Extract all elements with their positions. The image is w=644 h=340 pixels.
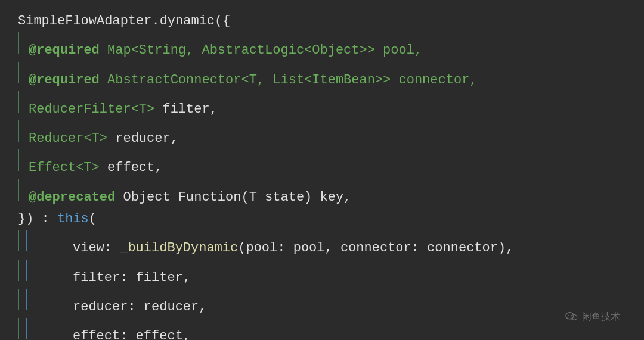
- code-token: view:: [73, 238, 120, 259]
- code-line: @deprecated Object Function(T state) key…: [18, 179, 626, 208]
- code-token: _buildByDynamic: [120, 238, 238, 259]
- code-token: Map<String, AbstractLogic<Object>> pool,: [100, 40, 422, 61]
- code-line: view: _buildByDynamic(pool: pool, connec…: [18, 230, 626, 259]
- svg-point-4: [572, 317, 573, 317]
- code-token: @required: [29, 40, 100, 61]
- code-line: filter: filter,: [18, 260, 626, 289]
- code-token: this: [57, 208, 89, 230]
- code-line: SimpleFlowAdapter.dynamic({: [18, 11, 626, 32]
- code-token: .dynamic({: [151, 11, 230, 32]
- code-line: }) : this(: [18, 208, 626, 230]
- code-line: Reducer<T> reducer,: [18, 120, 626, 149]
- code-token: ReducerFilter<T>: [29, 99, 154, 120]
- code-token: SimpleFlowAdapter: [18, 11, 151, 32]
- code-token: filter,: [154, 99, 218, 120]
- watermark-text: 闲鱼技术: [582, 311, 620, 323]
- code-token: filter: filter,: [73, 267, 191, 289]
- code-block: SimpleFlowAdapter.dynamic({@required Map…: [0, 11, 644, 340]
- code-token: Object Function(T state) key,: [115, 187, 351, 208]
- watermark: 闲鱼技术: [565, 310, 620, 323]
- code-token: reducer: reducer,: [73, 297, 206, 318]
- code-token: effect: effect,: [73, 326, 191, 340]
- code-token: (pool: pool, connector: connector),: [238, 238, 513, 259]
- code-token: reducer,: [107, 128, 178, 149]
- code-token: effect,: [100, 157, 163, 179]
- wechat-icon: [565, 310, 578, 323]
- code-line: reducer: reducer,: [18, 289, 626, 318]
- code-line: effect: effect,: [18, 318, 626, 340]
- svg-point-0: [566, 313, 574, 319]
- code-token: @required: [29, 70, 100, 91]
- svg-point-1: [568, 315, 569, 316]
- code-token: }) :: [18, 208, 57, 230]
- code-line: @required Map<String, AbstractLogic<Obje…: [18, 32, 626, 61]
- code-line: @required AbstractConnector<T, List<Item…: [18, 62, 626, 91]
- code-line: Effect<T> effect,: [18, 149, 626, 179]
- code-token: @deprecated: [29, 187, 115, 208]
- code-line: ReducerFilter<T> filter,: [18, 91, 626, 120]
- code-container: SimpleFlowAdapter.dynamic({@required Map…: [0, 0, 644, 340]
- code-token: (: [89, 208, 97, 230]
- code-token: AbstractConnector<T, List<ItemBean>> con…: [100, 70, 478, 91]
- code-token: Effect<T>: [29, 157, 100, 179]
- code-token: Reducer<T>: [29, 128, 107, 149]
- svg-point-5: [575, 317, 575, 317]
